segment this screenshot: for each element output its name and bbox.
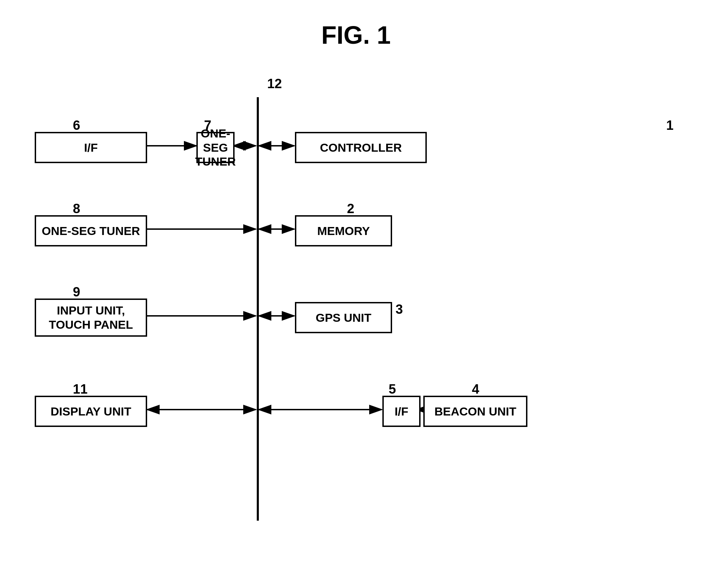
box-memory: MEMORY bbox=[295, 215, 392, 246]
box-if-beacon: I/F bbox=[382, 396, 421, 427]
box-if-card: ONE-SEG TUNER bbox=[196, 132, 235, 163]
ref-9: 9 bbox=[73, 285, 80, 300]
diagram: 12 bbox=[28, 97, 687, 548]
box-beacon: BEACON UNIT bbox=[423, 396, 527, 427]
bus-line bbox=[257, 97, 259, 521]
box-one-seg: ONE-SEG TUNER bbox=[35, 215, 147, 246]
box-display: DISPLAY UNIT bbox=[35, 396, 147, 427]
box-input-unit: INPUT UNIT, TOUCH PANEL bbox=[35, 299, 147, 337]
ref-8: 8 bbox=[73, 201, 80, 216]
ref-12: 12 bbox=[267, 76, 282, 91]
ref-1: 1 bbox=[666, 118, 673, 133]
ref-6: 6 bbox=[73, 118, 80, 133]
ref-5: 5 bbox=[389, 382, 396, 397]
box-gps: GPS UNIT bbox=[295, 302, 392, 333]
ref-11: 11 bbox=[73, 382, 87, 397]
box-memory-card: I/F bbox=[35, 132, 147, 163]
ref-4: 4 bbox=[472, 382, 479, 397]
box-controller: CONTROLLER bbox=[295, 132, 427, 163]
ref-3: 3 bbox=[396, 302, 403, 317]
ref-2: 2 bbox=[347, 201, 354, 216]
figure-title: FIG. 1 bbox=[321, 21, 391, 49]
